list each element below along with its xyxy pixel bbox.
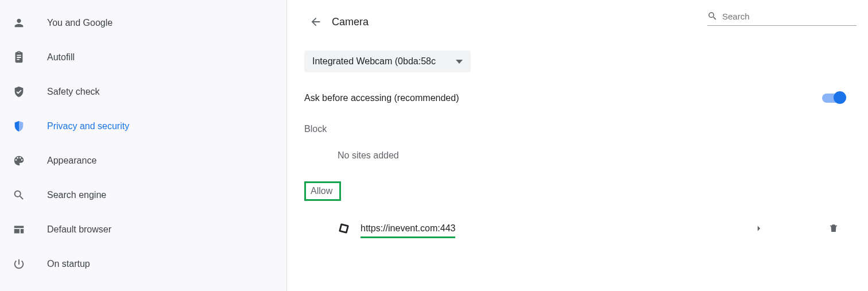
sidebar-item-autofill[interactable]: Autofill [0,45,286,70]
site-favicon [338,222,350,235]
ask-toggle[interactable] [822,94,845,103]
sidebar-item-search-engine[interactable]: Search engine [0,183,286,208]
shield-icon [13,120,47,133]
settings-sidebar: You and Google Autofill Safety check Pri… [0,0,287,291]
search-input[interactable] [722,11,857,21]
ask-before-accessing-row: Ask before accessing (recommended) [304,93,857,103]
arrow-left-icon [309,15,322,28]
block-heading: Block [304,124,327,134]
person-icon [13,17,47,29]
search-box[interactable] [707,8,857,26]
sidebar-item-label: Autofill [47,52,75,63]
highlight-underline [361,236,455,238]
sidebar-item-on-startup[interactable]: On startup [0,251,286,277]
toggle-knob [834,91,846,104]
sidebar-item-label: Default browser [47,224,111,235]
search-icon [707,10,718,22]
search-icon [13,189,47,201]
site-details-button[interactable] [747,217,770,240]
sidebar-item-label: You and Google [47,18,113,28]
sidebar-item-label: Appearance [47,156,96,166]
palette-icon [13,154,47,167]
chevron-right-icon [754,223,764,234]
trash-icon [828,223,839,234]
sidebar-item-safety-check[interactable]: Safety check [0,79,286,104]
allowed-site-row: https://inevent.com:443 [304,217,857,240]
main-content: Camera Integrated Webcam (0bda:58c Ask b… [287,0,868,291]
sidebar-item-appearance[interactable]: Appearance [0,148,286,173]
sidebar-item-label: Privacy and security [47,121,129,131]
clipboard-icon [13,51,47,64]
back-button[interactable] [304,10,327,33]
sidebar-item-label: Safety check [47,87,100,97]
shield-check-icon [13,86,47,98]
camera-device-select[interactable]: Integrated Webcam (0bda:58c [304,51,471,72]
block-empty-text: No sites added [338,150,857,161]
sidebar-item-default-browser[interactable]: Default browser [0,217,286,242]
allow-heading: Allow [311,186,332,196]
power-icon [13,258,47,270]
sidebar-item-you-and-google[interactable]: You and Google [0,10,286,36]
allow-heading-highlight: Allow [304,181,341,201]
sidebar-item-label: On startup [47,259,90,269]
chevron-down-icon [456,60,463,64]
site-delete-button[interactable] [822,217,845,240]
camera-device-value: Integrated Webcam (0bda:58c [312,56,436,67]
allowed-site-url[interactable]: https://inevent.com:443 [361,223,455,234]
sidebar-item-label: Search engine [47,190,106,200]
page-title: Camera [332,16,369,28]
ask-label: Ask before accessing (recommended) [304,93,459,103]
browser-icon [13,223,47,236]
sidebar-item-privacy-and-security[interactable]: Privacy and security [0,114,286,139]
